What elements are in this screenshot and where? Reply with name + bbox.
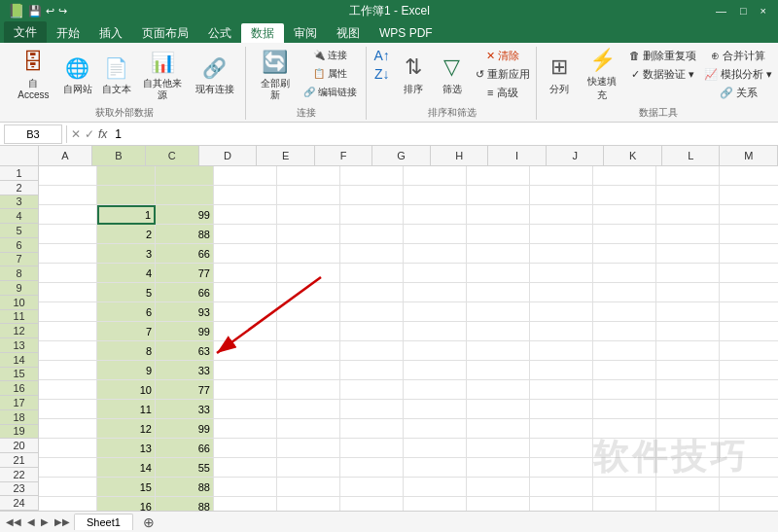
cell-i2[interactable] <box>530 186 593 205</box>
row-header-18[interactable]: 18 <box>0 410 39 425</box>
cell-j6[interactable] <box>593 264 656 283</box>
cell-i13[interactable] <box>530 400 593 419</box>
col-header-e[interactable]: E <box>257 146 315 165</box>
cell-f18[interactable] <box>340 497 404 511</box>
cell-h10[interactable] <box>467 341 530 361</box>
cell-a17[interactable] <box>39 478 97 497</box>
cell-h5[interactable] <box>467 244 530 264</box>
cell-h14[interactable] <box>467 419 530 439</box>
cell-b7[interactable]: 5 <box>97 283 156 302</box>
cell-b3[interactable]: 1 <box>97 205 156 225</box>
cell-a11[interactable] <box>39 361 97 380</box>
cell-d4[interactable] <box>214 225 277 244</box>
advanced-button[interactable]: ≡ 高级 <box>473 84 533 101</box>
cell-j4[interactable] <box>593 225 656 244</box>
cell-e5[interactable] <box>277 244 340 264</box>
tab-insert[interactable]: 插入 <box>89 23 132 43</box>
cell-l14[interactable] <box>720 419 778 439</box>
clear-button[interactable]: ✕ 清除 <box>473 47 533 64</box>
col-header-c[interactable]: C <box>146 146 199 165</box>
whatif-button[interactable]: 📈 模拟分析 ▾ <box>701 65 775 83</box>
cell-a1[interactable] <box>39 166 97 186</box>
cell-c7[interactable]: 66 <box>156 283 214 302</box>
col-header-d[interactable]: D <box>199 146 258 165</box>
cell-f1[interactable] <box>340 166 404 186</box>
cell-d9[interactable] <box>214 322 277 341</box>
cell-e3[interactable] <box>277 205 340 225</box>
col-header-h[interactable]: H <box>431 146 489 165</box>
cell-a12[interactable] <box>39 380 97 400</box>
cell-b14[interactable]: 12 <box>97 419 156 439</box>
cell-j10[interactable] <box>593 341 656 361</box>
cell-j7[interactable] <box>593 283 656 302</box>
cell-l10[interactable] <box>720 341 778 361</box>
cell-c3[interactable]: 99 <box>156 205 214 225</box>
cell-l5[interactable] <box>720 244 778 264</box>
cell-h3[interactable] <box>467 205 530 225</box>
cell-f16[interactable] <box>340 458 404 478</box>
cell-e9[interactable] <box>277 322 340 341</box>
cell-b16[interactable]: 14 <box>97 458 156 478</box>
cell-j9[interactable] <box>593 322 656 341</box>
other-sources-button[interactable]: 📊 自其他来源 <box>137 47 189 103</box>
col-header-a[interactable]: A <box>39 146 92 165</box>
cell-d14[interactable] <box>214 419 277 439</box>
select-all-button[interactable] <box>0 146 39 165</box>
cell-c12[interactable]: 77 <box>156 380 214 400</box>
cell-h7[interactable] <box>467 283 530 302</box>
cell-a14[interactable] <box>39 419 97 439</box>
row-header-5[interactable]: 5 <box>0 224 39 238</box>
cell-c10[interactable]: 63 <box>156 341 214 361</box>
connections-button[interactable]: 🔌 连接 <box>300 47 361 64</box>
cell-k12[interactable] <box>656 380 720 400</box>
cell-e2[interactable] <box>277 186 340 205</box>
cell-l11[interactable] <box>720 361 778 380</box>
row-header-17[interactable]: 17 <box>0 396 39 410</box>
cell-g16[interactable] <box>404 458 467 478</box>
cell-d15[interactable] <box>214 439 277 458</box>
sort-asc-button[interactable]: A↑ <box>371 47 392 64</box>
cell-c1[interactable] <box>156 166 214 186</box>
cell-j17[interactable] <box>593 478 656 497</box>
sheet-tab-sheet1[interactable]: Sheet1 <box>74 514 133 530</box>
cell-k7[interactable] <box>656 283 720 302</box>
cell-a4[interactable] <box>39 225 97 244</box>
close-button[interactable]: × <box>757 5 770 17</box>
tab-view[interactable]: 视图 <box>327 23 370 43</box>
edit-links-button[interactable]: 🔗 编辑链接 <box>300 84 361 101</box>
cell-l2[interactable] <box>720 186 778 205</box>
cell-i5[interactable] <box>530 244 593 264</box>
cell-e8[interactable] <box>277 302 340 322</box>
cell-e14[interactable] <box>277 419 340 439</box>
col-header-b[interactable]: B <box>92 146 146 165</box>
existing-conn-button[interactable]: 🔗 现有连接 <box>191 47 239 103</box>
col-header-m[interactable]: M <box>720 146 778 165</box>
consolidate-button[interactable]: ⊕ 合并计算 <box>701 47 775 64</box>
quick-access-save[interactable]: 💾 <box>28 5 42 18</box>
name-box[interactable]: B3 <box>4 124 62 144</box>
confirm-formula-icon[interactable]: ✓ <box>85 127 94 141</box>
sheet-nav-next[interactable]: ▶ <box>39 516 51 527</box>
sort-button[interactable]: ⇅ 排序 <box>395 47 432 103</box>
cell-d16[interactable] <box>214 458 277 478</box>
cell-b13[interactable]: 11 <box>97 400 156 419</box>
cell-g15[interactable] <box>404 439 467 458</box>
cell-l6[interactable] <box>720 264 778 283</box>
cell-k5[interactable] <box>656 244 720 264</box>
cell-d7[interactable] <box>214 283 277 302</box>
cell-h4[interactable] <box>467 225 530 244</box>
cell-l4[interactable] <box>720 225 778 244</box>
cell-j2[interactable] <box>593 186 656 205</box>
cell-i6[interactable] <box>530 264 593 283</box>
row-header-1[interactable]: 1 <box>0 166 39 181</box>
cell-d17[interactable] <box>214 478 277 497</box>
cell-k9[interactable] <box>656 322 720 341</box>
row-header-6[interactable]: 6 <box>0 238 39 253</box>
cell-d6[interactable] <box>214 264 277 283</box>
cell-f17[interactable] <box>340 478 404 497</box>
sort-desc-button[interactable]: Z↓ <box>371 65 392 83</box>
cell-d11[interactable] <box>214 361 277 380</box>
cell-f6[interactable] <box>340 264 404 283</box>
cell-c16[interactable]: 55 <box>156 458 214 478</box>
row-header-14[interactable]: 14 <box>0 353 39 368</box>
